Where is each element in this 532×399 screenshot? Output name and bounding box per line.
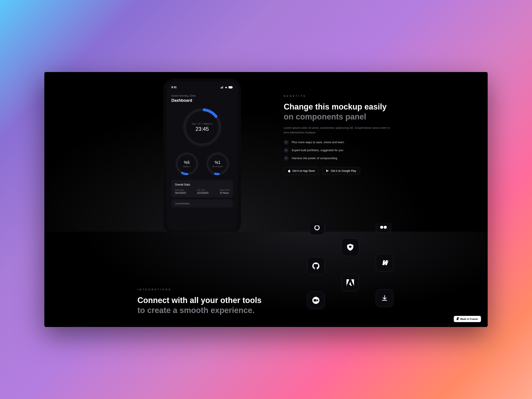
feature-text: Plus more ways to save, invest and learn (292, 140, 344, 144)
stat-item: Daily Wear 22 Hours (220, 189, 229, 194)
stat-label: Start Date (175, 189, 186, 191)
stat-value: 01/12/2023 (197, 192, 208, 194)
framer-badge[interactable]: Made in Framer (454, 316, 481, 322)
download-icon (381, 295, 388, 301)
google-play-icon (326, 169, 329, 172)
battery-icon (228, 86, 233, 89)
screen: 9:41 Good morning, Enes Dashboard (44, 72, 488, 327)
feature-item: ✓ Harness the power of compounding (284, 156, 408, 161)
svg-point-12 (315, 225, 319, 230)
store-buttons: Get it on App Store Get it on Google Pla… (284, 167, 408, 175)
integrations-section: INTEGRATIONS Connect with all your other… (44, 232, 488, 327)
integration-tile-shield[interactable] (341, 238, 359, 256)
headline-line1: Change this mockup easily (284, 102, 386, 111)
main-progress-dial: Day 1 of 7 • Aligner 1 23:45 (182, 107, 222, 147)
google-play-label: Get it on Google Play (331, 169, 356, 172)
feature-list: ✓ Plus more ways to save, invest and lea… (284, 140, 408, 161)
webflow-icon (380, 260, 389, 265)
headline-line2: to create a smooth experience. (137, 306, 254, 315)
feature-item: ✓ Plus more ways to save, invest and lea… (284, 140, 408, 145)
github-icon (312, 262, 320, 270)
svg-rect-17 (314, 299, 317, 301)
aligner-value: %5 (184, 160, 190, 165)
signal-icon (221, 86, 224, 89)
stat-label: Daily Wear (220, 189, 229, 191)
stat-value: 22 Hours (220, 192, 229, 194)
shield-icon (346, 243, 354, 251)
benefits-eyebrow: BENEFITS (284, 95, 408, 97)
svg-point-14 (384, 226, 387, 229)
check-icon: ✓ (284, 156, 289, 161)
last-activities-card: Last Activities (171, 200, 233, 208)
feature-text: Expert-built portfolios, suggested for y… (292, 149, 343, 152)
phone-status-bar: 9:41 (171, 86, 233, 89)
integration-tile-adobe[interactable] (341, 274, 359, 291)
integration-tile-webflow[interactable] (376, 254, 393, 272)
headline-line2: on components panel (284, 112, 366, 121)
wifi-icon (225, 86, 228, 89)
phone-mockup: 9:41 Good morning, Enes Dashboard (163, 79, 241, 234)
process-dial: %1 My Process (205, 152, 230, 176)
adobe-icon (347, 279, 354, 286)
integrations-eyebrow: INTEGRATIONS (137, 288, 279, 291)
integration-tile-zoom[interactable] (307, 291, 325, 309)
framer-badge-text: Made in Framer (460, 318, 478, 320)
svg-rect-3 (222, 86, 223, 89)
svg-rect-1 (221, 87, 222, 89)
process-label: My Process (212, 165, 223, 168)
svg-point-15 (349, 246, 352, 248)
google-play-button[interactable]: Get it on Google Play (322, 167, 360, 175)
aligner-label: Aligner 1 (183, 165, 191, 168)
svg-rect-5 (233, 87, 233, 88)
benefits-content: BENEFITS Change this mockup easily on co… (284, 95, 408, 175)
stat-item: Est. End 01/12/2023 (197, 189, 208, 194)
feature-item: ✓ Expert-built portfolios, suggested for… (284, 148, 408, 153)
benefits-body: Lorem ipsum dolor sit amet, consectetur … (284, 126, 390, 135)
monitor-frame: 9:41 Good morning, Enes Dashboard (44, 72, 488, 327)
headline-line1: Connect with all your other tools (137, 296, 262, 305)
stat-label: Est. End (197, 189, 208, 191)
integrations-content: INTEGRATIONS Connect with all your other… (137, 288, 279, 319)
framer-icon (457, 317, 459, 321)
integration-icon-partial[interactable] (309, 223, 325, 235)
dial-time: 23:45 (196, 126, 209, 132)
small-dials-row: %5 Aligner 1 %1 My Process (171, 152, 233, 176)
check-icon: ✓ (284, 148, 289, 153)
svg-point-13 (380, 226, 383, 229)
phone-time: 9:41 (171, 86, 177, 89)
app-store-button[interactable]: Get it on App Store (284, 167, 319, 175)
benefits-section: 9:41 Good morning, Enes Dashboard (44, 72, 488, 232)
integration-tile-download[interactable] (376, 289, 393, 307)
overall-stats-card: Overall Stats Start Date 19/12/2022 Est.… (171, 180, 233, 197)
phone-screen: 9:41 Good morning, Enes Dashboard (166, 82, 238, 231)
apple-icon (288, 169, 291, 172)
integrations-headline: Connect with all your other tools to cre… (137, 295, 279, 315)
phone-status-icons (221, 86, 233, 89)
circle-icon (314, 225, 320, 232)
feature-text: Harness the power of compounding (292, 157, 337, 160)
stat-value: 19/12/2022 (175, 192, 186, 194)
integration-icon-partial[interactable] (376, 223, 391, 233)
svg-rect-4 (228, 86, 232, 89)
benefits-headline: Change this mockup easily on components … (284, 102, 408, 122)
zoom-icon (312, 296, 320, 304)
app-store-label: Get it on App Store (292, 169, 315, 172)
stats-title: Overall Stats (175, 183, 229, 186)
dots-icon (380, 226, 387, 229)
dashboard-title: Dashboard (171, 98, 233, 103)
integration-icons-grid (300, 223, 456, 327)
aligner-dial: %5 Aligner 1 (175, 152, 199, 176)
process-value: %1 (215, 160, 220, 165)
stat-item: Start Date 19/12/2022 (175, 189, 186, 194)
svg-rect-2 (222, 87, 222, 89)
svg-rect-0 (221, 88, 221, 89)
greeting-text: Good morning, Enes (171, 94, 233, 97)
dial-subtitle: Day 1 of 7 • Aligner 1 (192, 123, 213, 125)
check-icon: ✓ (284, 140, 289, 145)
integration-tile-github[interactable] (307, 257, 325, 275)
